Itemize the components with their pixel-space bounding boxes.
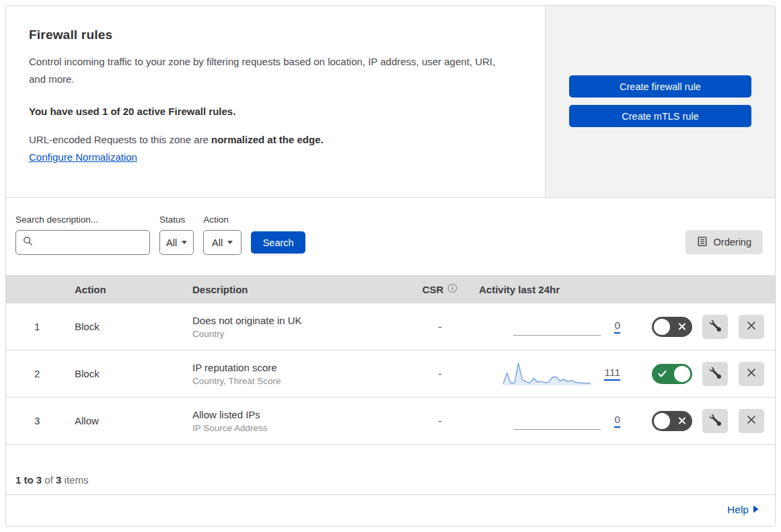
- rule-fields: IP Source Address: [192, 423, 406, 433]
- actions-panel: Create firewall rule Create mTLS rule: [546, 6, 775, 197]
- wrench-icon: [710, 414, 721, 428]
- activity-sparkline-flat: [513, 313, 601, 340]
- rule-description-cell: IP reputation score Country, Threat Scor…: [188, 362, 406, 386]
- delete-rule-button[interactable]: [739, 409, 764, 433]
- help-link[interactable]: Help: [727, 504, 759, 516]
- action-dropdown[interactable]: All: [203, 230, 241, 255]
- wrench-icon: [710, 320, 721, 334]
- toggle-x-icon: [678, 321, 686, 332]
- rule-action: Block: [70, 321, 188, 332]
- pagination-summary: 1 to 3 of 3 items: [6, 445, 775, 494]
- rule-description-cell: Allow listed IPs IP Source Address: [188, 409, 406, 433]
- col-csr-header: CSR: [406, 283, 474, 295]
- search-input[interactable]: [38, 231, 160, 254]
- rule-csr: -: [406, 321, 474, 332]
- status-dropdown-value: All: [166, 237, 177, 248]
- toggle-check-icon: [658, 368, 667, 379]
- status-dropdown[interactable]: All: [159, 230, 194, 255]
- rule-controls: [648, 409, 776, 433]
- configure-normalization-link[interactable]: Configure Normalization: [29, 151, 137, 163]
- rule-enabled-toggle[interactable]: [652, 411, 692, 431]
- action-label: Action: [203, 215, 241, 225]
- help-link-label: Help: [727, 504, 749, 516]
- rule-controls: [648, 362, 776, 386]
- page-title: Firewall rules: [29, 28, 518, 42]
- toggle-knob: [674, 366, 690, 382]
- rule-description: Allow listed IPs: [192, 409, 406, 420]
- rule-activity-cell: 0: [474, 408, 648, 434]
- header-section: Firewall rules Control incoming traffic …: [6, 6, 775, 198]
- rule-enabled-toggle[interactable]: [652, 317, 692, 337]
- close-icon: [746, 320, 757, 333]
- edit-rule-button[interactable]: [702, 362, 728, 386]
- status-label: Status: [159, 215, 194, 225]
- rule-activity-cell: 111: [474, 360, 648, 387]
- search-label: Search description...: [15, 215, 150, 225]
- list-document-icon: [697, 236, 708, 249]
- rule-priority: 3: [6, 415, 70, 426]
- action-dropdown-value: All: [212, 237, 223, 248]
- activity-count-link[interactable]: 111: [604, 367, 620, 381]
- action-filter-group: Action All: [203, 215, 241, 255]
- col-description-header: Description: [188, 284, 406, 295]
- firewall-rules-card: Firewall rules Control incoming traffic …: [5, 5, 776, 527]
- delete-rule-button[interactable]: [739, 362, 764, 386]
- activity-sparkline: [503, 360, 591, 387]
- rule-activity-cell: 0: [474, 313, 648, 340]
- arrow-right-icon: [753, 504, 759, 516]
- rule-action: Block: [70, 368, 188, 379]
- activity-count-link[interactable]: 0: [614, 319, 620, 334]
- search-icon: [23, 236, 33, 249]
- ordering-button-label: Ordering: [714, 237, 751, 248]
- create-firewall-rule-button[interactable]: Create firewall rule: [569, 75, 751, 98]
- rule-action: Allow: [70, 415, 188, 426]
- normalization-note: URL-encoded Requests to this zone are no…: [29, 134, 518, 145]
- page-description: Control incoming traffic to your zone by…: [29, 53, 507, 88]
- normalization-bold: normalized at the edge.: [211, 134, 324, 145]
- search-button[interactable]: Search: [251, 231, 305, 254]
- search-group: Search description...: [15, 215, 150, 255]
- toggle-x-icon: [678, 415, 686, 426]
- filter-bar: Search description... Status All Action …: [6, 198, 775, 275]
- ordering-button[interactable]: Ordering: [685, 230, 763, 254]
- pagination-of: of: [44, 474, 53, 486]
- col-activity-header: Activity last 24hr: [474, 284, 648, 295]
- activity-sparkline-flat: [513, 408, 601, 434]
- rule-description-cell: Does not originate in UK Country: [188, 315, 406, 339]
- close-icon: [746, 367, 757, 380]
- table-row: 3 Allow Allow listed IPs IP Source Addre…: [6, 397, 775, 445]
- csr-header-label: CSR: [422, 284, 444, 295]
- pagination-items: items: [65, 474, 89, 486]
- normalization-text: URL-encoded Requests to this zone are: [29, 134, 211, 145]
- rule-enabled-toggle[interactable]: [652, 364, 692, 384]
- delete-rule-button[interactable]: [739, 315, 764, 339]
- help-bar: Help: [6, 494, 775, 524]
- col-action-header: Action: [70, 284, 188, 295]
- table-row: 2 Block IP reputation score Country, Thr…: [6, 350, 775, 397]
- table-row: 1 Block Does not originate in UK Country…: [6, 303, 775, 350]
- chevron-down-icon: [227, 241, 233, 244]
- activity-count-link[interactable]: 0: [614, 414, 620, 428]
- pagination-range: 1 to 3: [15, 474, 42, 486]
- edit-rule-button[interactable]: [702, 315, 728, 339]
- rule-priority: 2: [6, 368, 70, 379]
- rule-description: IP reputation score: [192, 362, 406, 373]
- search-field-wrap: [15, 230, 150, 255]
- table-header: Action Description CSR Activity last 24h…: [6, 275, 775, 303]
- toggle-knob: [654, 319, 670, 335]
- close-icon: [746, 414, 757, 427]
- edit-rule-button[interactable]: [702, 409, 728, 433]
- toggle-knob: [654, 413, 670, 429]
- rule-fields: Country: [192, 329, 406, 339]
- header-text-block: Firewall rules Control incoming traffic …: [6, 6, 546, 197]
- rule-fields: Country, Threat Score: [192, 376, 406, 386]
- wrench-icon: [710, 367, 721, 381]
- pagination-total: 3: [56, 474, 61, 486]
- rule-csr: -: [406, 415, 474, 426]
- create-mtls-rule-button[interactable]: Create mTLS rule: [569, 105, 751, 127]
- rule-description: Does not originate in UK: [192, 315, 406, 326]
- info-icon[interactable]: [447, 283, 457, 295]
- rule-controls: [648, 315, 776, 339]
- rule-csr: -: [406, 368, 474, 379]
- status-filter-group: Status All: [159, 215, 194, 255]
